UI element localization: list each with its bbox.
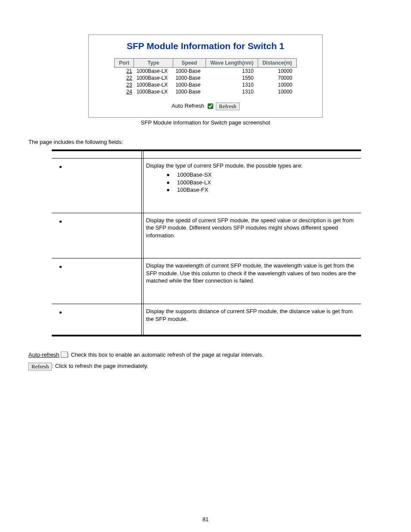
field-desc: Display the type of current SFP module, … (146, 162, 302, 169)
col-dist: Distance(m) (258, 59, 297, 68)
fields-intro: The page includes the following fields: (28, 139, 383, 145)
port-link[interactable]: 21 (126, 68, 132, 74)
bullet-icon (59, 166, 62, 168)
field-row: Display the spedd of current SFP module,… (52, 213, 361, 258)
cell-speed: 1000-Base (173, 88, 206, 95)
port-link[interactable]: 23 (126, 82, 132, 88)
panel-title: SFP Module Information for Switch 1 (97, 41, 314, 51)
auto-refresh-note-desc: : Check this box to enable an automatic … (68, 352, 264, 358)
fields-table: Display the type of current SFP module, … (52, 149, 361, 336)
field-row: Display the supports distance of current… (52, 304, 361, 336)
cell-wave: 1310 (206, 68, 258, 75)
field-row: Display the wavelength of current SFP mo… (52, 258, 361, 304)
cell-type: 1000Base-LX (134, 75, 173, 81)
table-row: 23 1000Base-LX 1000-Base 1310 10000 (115, 81, 297, 88)
cell-type: 1000Base-LX (134, 81, 173, 88)
cell-wave: 1310 (206, 81, 258, 88)
table-row: 24 1000Base-LX 1000-Base 1310 10000 (115, 88, 297, 95)
cell-dist: 10000 (258, 88, 297, 95)
cell-dist: 10000 (258, 81, 297, 88)
port-link[interactable]: 22 (126, 75, 132, 81)
cell-type: 1000Base-LX (134, 88, 173, 95)
auto-refresh-label: Auto Refresh (171, 103, 204, 109)
subitem: 100Base-FX (167, 186, 357, 194)
field-row: Display the type of current SFP module, … (52, 158, 361, 213)
auto-refresh-note-label: Auto-refresh (28, 352, 59, 358)
col-type: Type (134, 59, 173, 68)
bullet-icon (59, 221, 62, 223)
field-desc: Display the wavelength of current SFP mo… (143, 258, 361, 304)
cell-dist: 70000 (258, 75, 297, 81)
port-link[interactable]: 24 (126, 89, 132, 95)
refresh-note-desc: : Click to refresh the page immediately. (52, 363, 148, 369)
cell-speed: 1000-Base (173, 75, 206, 81)
field-desc: Display the spedd of current SFP module,… (143, 213, 361, 258)
subitem: 1000Base-SX (167, 171, 357, 179)
sfp-table: Port Type Speed Wave Length(nm) Distance… (114, 58, 297, 95)
cell-wave: 1310 (206, 88, 258, 95)
cell-speed: 1000-Base (173, 81, 206, 88)
refresh-note-button[interactable]: Refresh (28, 363, 52, 370)
bullet-icon (59, 266, 62, 268)
col-port: Port (115, 59, 134, 68)
auto-refresh-checkbox[interactable] (208, 103, 213, 109)
sfp-screenshot-panel: SFP Module Information for Switch 1 Port… (88, 34, 323, 118)
checkbox-icon (61, 352, 68, 358)
cell-dist: 10000 (258, 68, 297, 75)
refresh-button[interactable]: Refresh (216, 103, 239, 110)
cell-speed: 1000-Base (173, 68, 206, 75)
page-number: 81 (0, 516, 411, 523)
subitem: 1000Base-LX (167, 179, 357, 187)
screenshot-caption: SFP Module Information for Switch page s… (28, 119, 383, 126)
notes-block: Auto-refresh : Check this box to enable … (28, 349, 383, 372)
cell-type: 1000Base-LX (134, 68, 173, 75)
cell-wave: 1550 (206, 75, 258, 81)
bullet-icon (59, 311, 62, 314)
col-wave: Wave Length(nm) (206, 59, 258, 68)
table-row: 21 1000Base-LX 1000-Base 1310 10000 (115, 68, 297, 75)
field-desc: Display the supports distance of current… (143, 304, 361, 336)
table-row: 22 1000Base-LX 1000-Base 1550 70000 (115, 75, 297, 81)
col-speed: Speed (173, 59, 206, 68)
